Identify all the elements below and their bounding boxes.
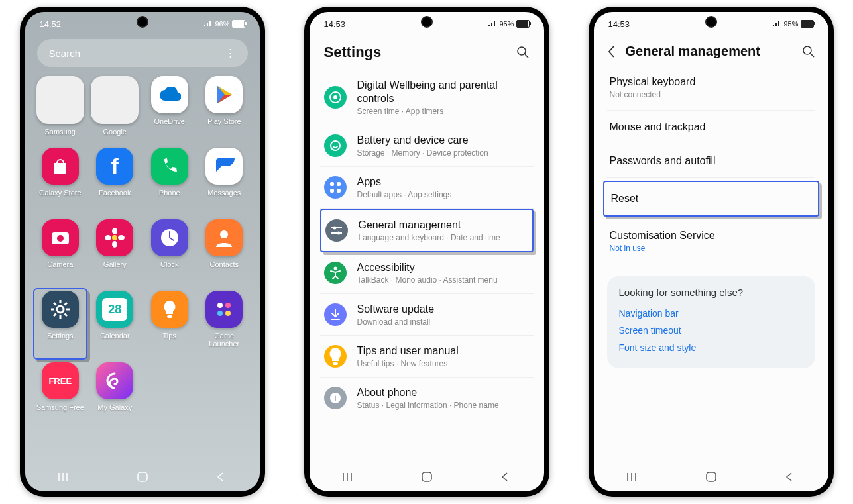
row-subtitle: TalkBack · Mono audio · Assistant menu: [357, 276, 498, 285]
swirl-icon: [96, 362, 133, 399]
settings-list: Digital Wellbeing and parental controlsS…: [310, 70, 544, 462]
row-title: Battery and device care: [357, 134, 488, 147]
app-samsung[interactable]: Samsung: [33, 74, 88, 145]
app-google[interactable]: Google: [87, 74, 142, 145]
page-title: Settings: [324, 44, 382, 61]
settings-row-apps[interactable]: AppsDefault apps · App settings: [320, 167, 534, 209]
app-label: OneDrive: [154, 117, 185, 125]
settings-row-digital-wellbeing-and-parental-controls[interactable]: Digital Wellbeing and parental controlsS…: [320, 70, 534, 125]
app-label: Gallery: [103, 260, 127, 268]
app-play-store[interactable]: Play Store: [197, 74, 252, 145]
battery-text: 95%: [499, 20, 514, 28]
search-placeholder: Search: [49, 48, 81, 59]
phone-home: 14:52 96% Search ⋮ SamsungGoogleOneDrive…: [20, 7, 265, 497]
battery-icon: [516, 20, 530, 28]
app-phone[interactable]: Phone: [142, 145, 198, 217]
app-label: Samsung: [45, 128, 76, 136]
app-calendar[interactable]: 28Calendar: [87, 288, 142, 360]
app-tips[interactable]: Tips: [142, 288, 198, 360]
svg-point-26: [333, 267, 337, 270]
a11y-icon: [324, 262, 347, 284]
row-title: Digital Wellbeing and parental controls: [357, 79, 530, 105]
row-title: About phone: [357, 386, 499, 399]
grid4-icon: [324, 176, 347, 199]
home-key[interactable]: [701, 472, 721, 482]
app-contacts[interactable]: Contacts: [197, 217, 252, 288]
app-samsung-free[interactable]: FREESamsung Free: [33, 360, 88, 431]
settings-row-about-phone[interactable]: iAbout phoneStatus · Legal information ·…: [320, 378, 534, 419]
search-input[interactable]: Search ⋮: [37, 39, 248, 67]
recents-key[interactable]: [623, 472, 643, 481]
flower-icon: [96, 219, 133, 256]
app-galaxy-store[interactable]: Galaxy Store: [33, 145, 88, 217]
svg-point-6: [118, 235, 125, 240]
gm-row-physical-keyboard[interactable]: Physical keyboardNot connected: [607, 66, 815, 111]
settings-row-software-update[interactable]: Software updateDownload and install: [320, 294, 534, 336]
row-subtitle: Storage · Memory · Device protection: [357, 148, 488, 158]
svg-rect-20: [330, 182, 334, 186]
svg-point-4: [112, 241, 117, 248]
signal-icon: [203, 21, 213, 27]
svg-point-31: [803, 46, 811, 54]
app-my-galaxy[interactable]: My Galaxy: [87, 360, 142, 431]
home-key[interactable]: [133, 472, 152, 482]
app-facebook[interactable]: fFacebook: [87, 145, 142, 217]
suggest-link[interactable]: Screen timeout: [619, 322, 803, 339]
svg-point-9: [57, 306, 64, 313]
svg-rect-23: [337, 189, 341, 193]
battery-text: 96%: [215, 20, 229, 28]
svg-point-18: [333, 95, 337, 99]
app-onedrive[interactable]: OneDrive: [142, 74, 198, 145]
app-camera[interactable]: Camera: [33, 217, 88, 288]
app-settings[interactable]: Settings: [33, 288, 88, 360]
app-label: Samsung Free: [36, 403, 84, 411]
gm-row-passwords-and-autofill[interactable]: Passwords and autofill: [607, 144, 815, 178]
search-icon[interactable]: [802, 45, 815, 58]
gm-row-mouse-and-trackpad[interactable]: Mouse and trackpad: [607, 111, 815, 144]
signal-icon: [772, 21, 781, 27]
recents-key[interactable]: [54, 472, 74, 481]
app-label: Tips: [163, 332, 176, 340]
folder-icon: [91, 76, 139, 124]
gm-row-reset[interactable]: Reset: [603, 181, 819, 217]
app-messages[interactable]: Messages: [197, 145, 252, 217]
home-key[interactable]: [417, 472, 437, 482]
app-gallery[interactable]: Gallery: [87, 217, 142, 288]
settings-row-tips-and-user-manual[interactable]: Tips and user manualUseful tips · New fe…: [320, 336, 534, 378]
more-icon[interactable]: ⋮: [225, 47, 236, 59]
FREE-icon: FREE: [42, 362, 79, 399]
camera-notch: [137, 16, 148, 28]
settings-row-general-management[interactable]: General managementLanguage and keyboard …: [320, 209, 534, 252]
battery-icon: [801, 20, 814, 28]
settings-row-battery-and-device-care[interactable]: Battery and device careStorage · Memory …: [320, 125, 534, 167]
care-icon: [324, 134, 347, 157]
svg-point-19: [331, 141, 340, 150]
svg-point-25: [337, 232, 340, 235]
app-label: Play Store: [207, 117, 241, 125]
app-label: Game Launcher: [199, 332, 249, 348]
signal-icon: [488, 21, 497, 27]
app-label: Phone: [159, 189, 180, 197]
back-key[interactable]: [495, 472, 515, 481]
gm-row-customisation-service[interactable]: Customisation ServiceNot in use: [607, 219, 815, 264]
app-game-launcher[interactable]: Game Launcher: [197, 288, 252, 360]
app-clock[interactable]: Clock: [142, 217, 198, 288]
app-label: Contacts: [210, 260, 239, 268]
suggest-link[interactable]: Font size and style: [619, 339, 803, 356]
back-key[interactable]: [211, 472, 231, 481]
recents-key[interactable]: [339, 472, 359, 481]
row-title: Apps: [357, 176, 452, 189]
suggest-link[interactable]: Navigation bar: [619, 305, 803, 322]
row-title: General management: [359, 219, 500, 232]
svg-rect-32: [707, 472, 716, 481]
settings-row-accessibility[interactable]: AccessibilityTalkBack · Mono audio · Ass…: [320, 252, 534, 294]
app-label: My Galaxy: [97, 403, 132, 411]
bag-icon: [42, 148, 79, 185]
back-key[interactable]: [779, 472, 799, 481]
download-icon: [324, 303, 347, 326]
nav-bar: [25, 462, 260, 491]
search-icon[interactable]: [516, 46, 530, 59]
back-icon[interactable]: [607, 46, 616, 58]
gm-header: General management: [594, 36, 828, 63]
gm-list: Physical keyboardNot connectedMouse and …: [594, 63, 828, 462]
